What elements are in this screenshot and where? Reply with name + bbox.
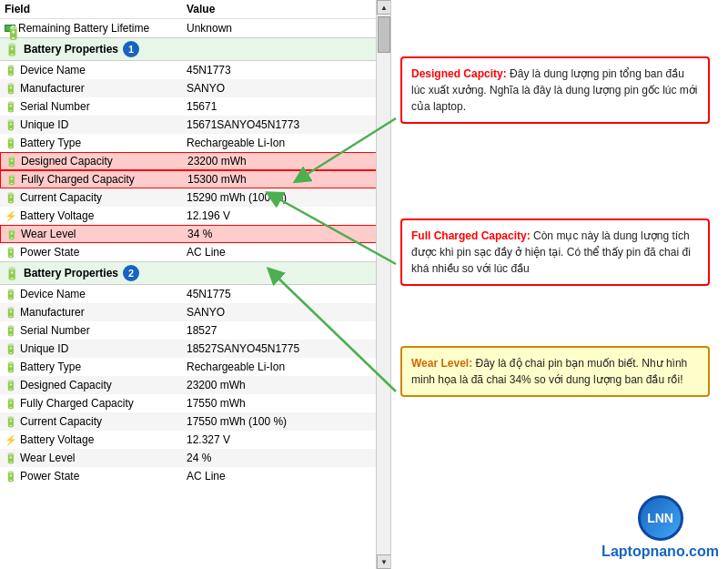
field-text: Fully Charged Capacity — [21, 173, 135, 186]
row-field: 🔋 Unique ID — [5, 118, 187, 131]
battery1-section-header: 🔋 Battery Properties 1 — [0, 37, 377, 61]
row-value: AC Line — [187, 470, 372, 483]
field-text: Designed Capacity — [21, 155, 113, 168]
table-row: 🔋 Unique ID 18527SANYO45N1775 — [0, 340, 377, 358]
battery-icon: 🔋 — [5, 101, 17, 113]
field-text: Serial Number — [20, 100, 90, 113]
main-container: Field Value 🔋 Remaining Battery Lifetime… — [0, 0, 728, 569]
row-field: 🔋 Device Name — [5, 288, 187, 300]
field-text: Battery Type — [20, 361, 81, 373]
battery-icon: 🔋 — [5, 83, 17, 95]
table-row: 🔋 Power State AC Line — [0, 243, 377, 261]
field-text: Designed Capacity — [20, 379, 112, 391]
row-value: 23200 mWh — [187, 379, 372, 391]
battery-icon: 🔋 — [5, 229, 18, 240]
table-row: ⚡ Battery Voltage 12.196 V — [0, 207, 377, 225]
table-row: 🔋 Current Capacity 15290 mWh (100 %) — [0, 188, 377, 207]
row-value: 45N1773 — [187, 64, 372, 76]
table-row: 🔋 Serial Number 18527 — [0, 321, 377, 340]
battery-icon: 🔋 — [5, 398, 17, 410]
field-text: Power State — [20, 246, 79, 259]
table-row: 🔋 Wear Level 34 % — [0, 225, 377, 243]
row-field: 🔋 Wear Level — [5, 228, 187, 240]
logo-text: LNN — [647, 511, 673, 525]
row-field: 🔋 Battery Type — [5, 137, 187, 149]
row-value: 15671SANYO45N1773 — [187, 118, 372, 131]
row-value: 23200 mWh — [187, 155, 371, 168]
battery-icon: 🔋 — [5, 343, 17, 355]
row-field: 🔋 Serial Number — [5, 100, 187, 113]
field-text: Wear Level — [21, 228, 76, 240]
battery2-section-header: 🔋 Battery Properties 2 — [0, 261, 377, 285]
row-value: 18527 — [187, 324, 372, 337]
scrollbar[interactable]: ▲ ▼ — [376, 0, 390, 569]
callout3-content: Wear Level: Đây là độ chai pin bạn muốn … — [411, 355, 699, 388]
row-field: 🔋 Device Name — [5, 64, 187, 76]
battery1-section-icon: 🔋 — [5, 43, 19, 56]
callout-full-charged: Full Charged Capacity: Còn mục này là du… — [400, 218, 710, 286]
field-text: Battery Type — [20, 137, 81, 149]
battery-icon: 🔋 — [5, 156, 18, 168]
field-text: Current Capacity — [20, 191, 102, 204]
table-row: 🔋 Fully Charged Capacity 15300 mWh — [0, 170, 377, 188]
field-text: Unique ID — [20, 342, 68, 355]
callout-designed-capacity: Designed Capcity: Đây là dung lượng pin … — [400, 56, 710, 124]
table-row: 🔋 Manufacturer SANYO — [0, 303, 377, 321]
battery-icon: 🔋 — [5, 289, 17, 300]
row-value: 12.196 V — [187, 209, 372, 222]
row-value: Rechargeable Li-Ion — [187, 361, 372, 373]
row-value: 15290 mWh (100 %) — [187, 191, 372, 204]
field-text: Battery Voltage — [20, 433, 94, 446]
field-text: Serial Number — [20, 324, 90, 337]
remaining-battery-row: 🔋 Remaining Battery Lifetime Unknown — [0, 19, 377, 37]
table-row: ⚡ Battery Voltage 12.327 V — [0, 431, 377, 449]
scroll-thumb[interactable] — [378, 16, 390, 53]
table-header: Field Value — [0, 0, 377, 19]
field-text: Device Name — [20, 64, 86, 76]
table-row: 🔋 Manufacturer SANYO — [0, 79, 377, 97]
field-text: Fully Charged Capacity — [20, 397, 134, 410]
row-value: SANYO — [187, 306, 372, 319]
row-field: 🔋 Serial Number — [5, 324, 187, 337]
table-row: 🔋 Designed Capacity 23200 mWh — [0, 376, 377, 394]
row-field: 🔋 Manufacturer — [5, 306, 187, 319]
table-row: 🔋 Device Name 45N1773 — [0, 61, 377, 79]
callout2-title: Full Charged Capacity: Còn mục này là du… — [411, 228, 699, 277]
row-field: 🔋 Fully Charged Capacity — [5, 397, 187, 410]
field-text: Unique ID — [20, 118, 68, 131]
row-field: 🔋 Designed Capacity — [5, 155, 187, 168]
battery-icon: 🔋 — [5, 65, 17, 76]
table-row: 🔋 Designed Capacity 23200 mWh — [0, 152, 377, 170]
battery-icon: 🔋 — [5, 247, 17, 259]
battery-icon: 🔋 — [5, 137, 17, 149]
field-text: Battery Voltage — [20, 209, 94, 222]
battery-icon: 🔋 — [5, 361, 17, 373]
callout-wear-level: Wear Level: Đây là độ chai pin bạn muốn … — [400, 346, 710, 397]
row-field: 🔋 Power State — [5, 246, 187, 259]
row-field: 🔋 Current Capacity — [5, 191, 187, 204]
battery-icon: 🔋 — [5, 416, 17, 428]
row-value: 45N1775 — [187, 288, 372, 300]
row-value: 12.327 V — [187, 433, 372, 446]
row-field: 🔋 Manufacturer — [5, 82, 187, 95]
battery-icon: 🔋 — [5, 119, 17, 131]
scroll-down-arrow[interactable]: ▼ — [377, 554, 391, 569]
table-row: 🔋 Battery Type Rechargeable Li-Ion — [0, 134, 377, 152]
field-text: Manufacturer — [20, 82, 85, 95]
row-value: SANYO — [187, 82, 372, 95]
row-value: AC Line — [187, 246, 372, 259]
scroll-up-arrow[interactable]: ▲ — [377, 0, 391, 15]
battery2-section-icon: 🔋 — [5, 267, 19, 280]
battery-icon: 🔋 — [5, 452, 17, 464]
battery2-rows: 🔋 Device Name 45N1775 🔋 Manufacturer SAN… — [0, 285, 377, 485]
logo-site: Laptopnano.com — [602, 544, 719, 560]
row-value: 18527SANYO45N1775 — [187, 342, 372, 355]
battery1-section-label: Battery Properties — [24, 43, 118, 56]
battery1-badge: 1 — [123, 41, 139, 57]
table-row: 🔋 Serial Number 15671 — [0, 97, 377, 116]
table-row: 🔋 Unique ID 15671SANYO45N1773 — [0, 116, 377, 134]
field-text: Current Capacity — [20, 415, 102, 428]
col-value-label: Value — [187, 3, 372, 15]
battery2-section-label: Battery Properties — [24, 267, 118, 279]
row-field: 🔋 Battery Type — [5, 361, 187, 373]
